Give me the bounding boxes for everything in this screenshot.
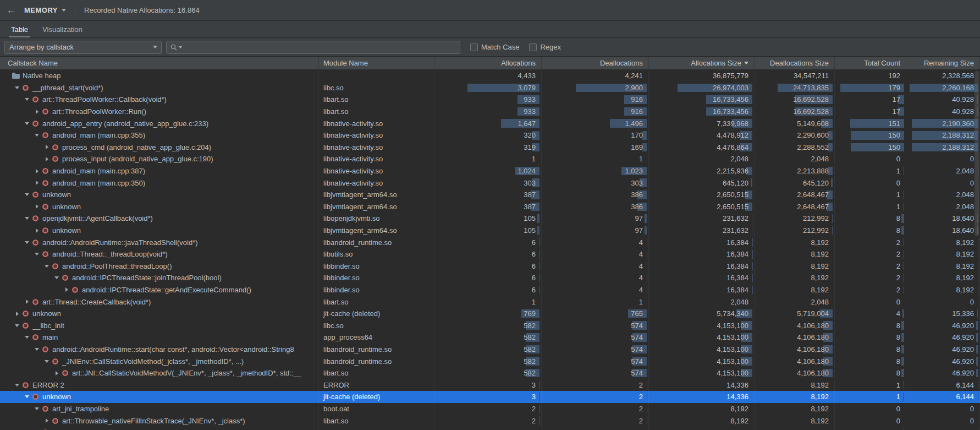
column-header-total-count[interactable]: Total Count bbox=[835, 57, 906, 69]
column-header-deallocations-size[interactable]: Deallocations Size bbox=[755, 57, 835, 69]
table-row[interactable]: ERROR 2ERROR3214,3368,19216,144 bbox=[0, 379, 980, 391]
column-header-callstack-name[interactable]: Callstack Name bbox=[0, 57, 319, 69]
expanded-arrow-icon[interactable] bbox=[23, 98, 31, 101]
expanded-arrow-icon[interactable] bbox=[53, 276, 60, 279]
method-icon bbox=[60, 274, 69, 281]
expanded-arrow-icon[interactable] bbox=[33, 348, 41, 351]
expanded-arrow-icon[interactable] bbox=[13, 384, 21, 387]
table-row[interactable]: __libc_initlibc.so5825744,153,1004,106,1… bbox=[0, 319, 980, 331]
table-row[interactable]: unknownjit-cache (deleted)3214,3368,1921… bbox=[0, 391, 980, 403]
table-row[interactable]: unknownjit-cache (deleted)106,144016,144 bbox=[0, 427, 980, 430]
callstack-cell: art::Thread::CreateCallback(void*) bbox=[0, 296, 319, 308]
table-row[interactable]: android_main (main.cpp:355)libnative-act… bbox=[0, 129, 980, 141]
back-button[interactable]: ← bbox=[7, 5, 19, 16]
collapsed-arrow-icon[interactable] bbox=[33, 169, 41, 173]
expanded-arrow-icon[interactable] bbox=[43, 360, 51, 363]
cell-deallocations-size: 5,719,004 bbox=[755, 308, 835, 320]
search-field[interactable] bbox=[166, 41, 460, 54]
tab-visualization[interactable]: Visualization bbox=[36, 21, 89, 37]
expanded-arrow-icon[interactable] bbox=[33, 407, 41, 410]
expanded-arrow-icon[interactable] bbox=[33, 134, 41, 137]
table-row[interactable]: mainapp_process645825744,153,1004,106,18… bbox=[0, 331, 980, 344]
table-row[interactable]: art::ThreadPoolWorker::Callback(void*)li… bbox=[0, 94, 980, 106]
cell-value: 1 bbox=[896, 167, 906, 175]
cell-deallocations-size: 4,106,180 bbox=[755, 344, 835, 356]
table-row[interactable]: android_main (main.cpp:387)libnative-act… bbox=[0, 165, 980, 177]
expanded-arrow-icon[interactable] bbox=[23, 217, 31, 220]
expanded-arrow-icon[interactable] bbox=[13, 86, 21, 89]
table-row[interactable]: android_app_entry (android_native_app_gl… bbox=[0, 117, 980, 129]
table-row[interactable]: android::IPCThreadState::joinThreadPool(… bbox=[0, 272, 980, 284]
cell-value: 0 bbox=[970, 417, 979, 425]
expanded-arrow-icon[interactable] bbox=[33, 253, 41, 255]
table-row[interactable]: art_jni_trampolineboot.oat228,1928,19200 bbox=[0, 403, 980, 415]
cell-value: 169 bbox=[631, 143, 648, 151]
table-row[interactable]: openjdkjvmti::AgentCallback(void*)libope… bbox=[0, 213, 980, 225]
table-row[interactable]: android_main (main.cpp:350)libnative-act… bbox=[0, 177, 980, 189]
search-input[interactable] bbox=[184, 42, 456, 53]
table-row[interactable]: unknownlibjvmtiagent_arm64.so10597231,63… bbox=[0, 225, 980, 237]
collapsed-arrow-icon[interactable] bbox=[33, 204, 41, 209]
column-header-module-name[interactable]: Module Name bbox=[319, 57, 434, 69]
column-header-allocations-size[interactable]: Allocations Size bbox=[649, 57, 755, 69]
table-row[interactable]: android::Thread::_threadLoop(void*)libut… bbox=[0, 248, 980, 260]
column-header-deallocations[interactable]: Deallocations bbox=[542, 57, 649, 69]
table-row[interactable]: android::AndroidRuntime::javaThreadShell… bbox=[0, 236, 980, 248]
table-row[interactable]: android::AndroidRuntime::start(char cons… bbox=[0, 344, 980, 356]
collapsed-arrow-icon[interactable] bbox=[43, 157, 51, 161]
collapsed-arrow-icon[interactable] bbox=[13, 312, 21, 316]
match-case-checkbox[interactable] bbox=[470, 43, 478, 51]
table-row[interactable]: __pthread_start(void*)libc.so3,0792,9002… bbox=[0, 82, 980, 94]
table-row[interactable]: _JNIEnv::CallStaticVoidMethod(_jclass*, … bbox=[0, 355, 980, 367]
cell-value: 4 bbox=[639, 250, 648, 258]
expanded-arrow-icon[interactable] bbox=[23, 193, 31, 196]
expanded-arrow-icon[interactable] bbox=[23, 395, 31, 398]
tab-table[interactable]: Table bbox=[4, 21, 35, 37]
table-row[interactable]: art::Throwable_nativeFillInStackTrace(_J… bbox=[0, 415, 980, 427]
search-history-caret-icon bbox=[179, 46, 182, 48]
cell-allocations-size: 645,120 bbox=[649, 177, 755, 189]
collapsed-arrow-icon[interactable] bbox=[33, 110, 41, 114]
table-row[interactable]: process_cmd (android_native_app_glue.c:2… bbox=[0, 141, 980, 154]
table-row[interactable]: unknownjit-cache (deleted)7697655,734,34… bbox=[0, 308, 980, 320]
cell-value: 4,106,180 bbox=[797, 345, 834, 353]
collapsed-arrow-icon[interactable] bbox=[33, 228, 41, 233]
collapsed-arrow-icon[interactable] bbox=[23, 300, 31, 304]
expanded-arrow-icon[interactable] bbox=[23, 241, 31, 244]
tree-indent bbox=[2, 88, 13, 88]
column-header-allocations[interactable]: Allocations bbox=[434, 57, 542, 69]
collapsed-arrow-icon[interactable] bbox=[43, 418, 51, 423]
arrange-by-dropdown[interactable]: Arrange by callstack bbox=[4, 41, 162, 54]
expanded-arrow-icon[interactable] bbox=[23, 336, 31, 339]
expanded-arrow-icon[interactable] bbox=[43, 265, 51, 268]
collapsed-arrow-icon[interactable] bbox=[53, 371, 60, 375]
table-row[interactable]: art::Thread::CreateCallback(void*)libart… bbox=[0, 296, 980, 308]
cell-allocations: 387 bbox=[434, 189, 542, 201]
callstack-cell: android_main (main.cpp:350) bbox=[0, 177, 319, 189]
tree-indent bbox=[2, 254, 33, 254]
table-row[interactable]: android::PoolThread::threadLoop()libbind… bbox=[0, 260, 980, 273]
cell-value: 2 bbox=[532, 417, 541, 425]
table-row[interactable]: unknownlibjvmtiagent_arm64.so3873862,650… bbox=[0, 189, 980, 201]
table-row[interactable]: art::ThreadPoolWorker::Run()libart.so933… bbox=[0, 106, 980, 118]
cell-allocations-size: 16,384 bbox=[649, 260, 755, 273]
table-row[interactable]: unknownlibjvmtiagent_arm64.so3873862,650… bbox=[0, 201, 980, 213]
cell-total-count: 2 bbox=[835, 272, 906, 284]
table-row[interactable]: Native heap4,4334,24136,875,77934,547,21… bbox=[0, 70, 980, 82]
cell-value: 16,692,528 bbox=[793, 107, 834, 116]
regex-checkbox[interactable] bbox=[529, 43, 537, 51]
expanded-arrow-icon[interactable] bbox=[23, 122, 31, 125]
collapsed-arrow-icon[interactable] bbox=[33, 181, 41, 185]
expanded-arrow-icon[interactable] bbox=[13, 324, 21, 327]
table-row[interactable]: process_input (android_native_app_glue.c… bbox=[0, 153, 980, 165]
cell-value: 2,048 bbox=[730, 298, 754, 306]
collapsed-arrow-icon[interactable] bbox=[43, 145, 51, 149]
cell-value: 8,192 bbox=[956, 286, 979, 294]
collapsed-arrow-icon[interactable] bbox=[63, 287, 70, 292]
search-icon[interactable] bbox=[170, 43, 182, 51]
column-header-remaining-size[interactable]: Remaining Size bbox=[906, 57, 980, 69]
table-row[interactable]: art::JNI::CallStaticVoidMethodV(_JNIEnv*… bbox=[0, 367, 980, 379]
cell-remaining-size: 8,192 bbox=[906, 284, 980, 296]
table-row[interactable]: android::IPCThreadState::getAndExecuteCo… bbox=[0, 284, 980, 296]
session-selector-dropdown[interactable]: MEMORY bbox=[24, 6, 66, 14]
